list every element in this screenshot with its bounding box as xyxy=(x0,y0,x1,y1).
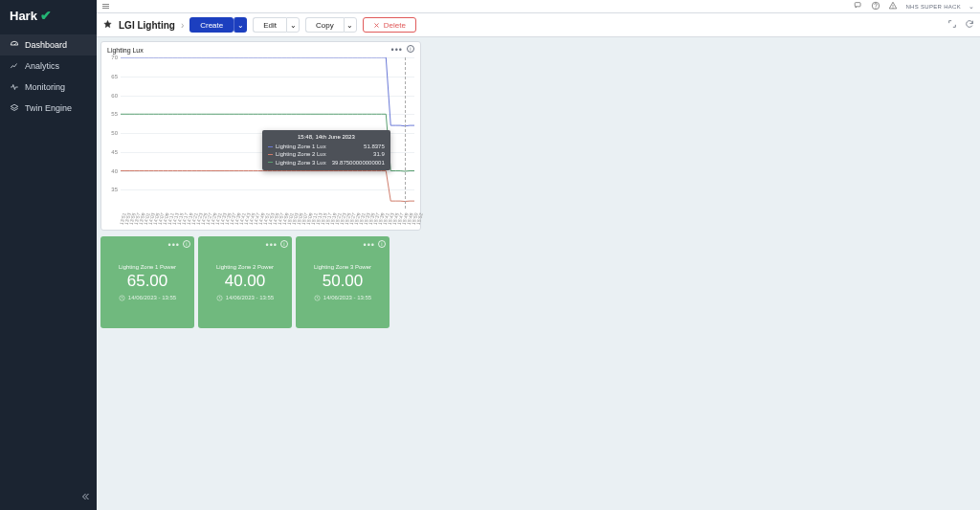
svg-rect-0 xyxy=(856,3,861,7)
layers-icon xyxy=(10,103,19,113)
sidebar-item-label: Monitoring xyxy=(25,82,65,92)
page-header: LGI Lighting › Create ⌄ Edit ⌄ Copy ⌄ De… xyxy=(97,13,980,37)
sidebar-collapse-button[interactable] xyxy=(79,491,91,504)
card-title: Lighting Zone 1 Power xyxy=(119,264,176,270)
tooltip-series-value: 39.87500000000001 xyxy=(332,159,385,166)
card-value: 65.00 xyxy=(127,272,168,291)
chevron-down-icon: ⌄ xyxy=(290,21,297,30)
breadcrumb-separator-icon: › xyxy=(181,20,184,31)
tooltip-time: 15:48, 14th June 2023 xyxy=(268,134,385,140)
clock-icon xyxy=(314,295,321,301)
chart-title: Lighting Lux xyxy=(107,47,144,54)
chart-menu-icon[interactable]: ••• xyxy=(391,45,403,55)
card-menu-icon[interactable]: ••• xyxy=(364,240,375,250)
sidebar-item-label: Dashboard xyxy=(25,40,67,50)
user-name[interactable]: NHS SUPER HACK xyxy=(905,4,961,10)
edit-dropdown[interactable]: ⌄ xyxy=(286,17,300,33)
analytics-icon xyxy=(10,61,19,71)
expand-icon[interactable] xyxy=(947,19,957,31)
edit-button[interactable]: Edit xyxy=(253,17,286,33)
delete-label: Delete xyxy=(384,21,406,30)
delete-button[interactable]: Delete xyxy=(363,17,416,33)
tooltip-series-label: Lighting Zone 2 Lux xyxy=(276,150,326,158)
topbar: NHS SUPER HACK ⌄ xyxy=(97,0,980,13)
legend-swatch-icon xyxy=(268,162,273,163)
create-dropdown[interactable]: ⌄ xyxy=(234,17,247,33)
card-lighting-zone-1-power[interactable]: •••i Lighting Zone 1 Power 65.00 14/06/2… xyxy=(100,236,194,328)
chevron-down-icon: ⌄ xyxy=(346,21,353,30)
close-icon xyxy=(373,22,380,29)
tooltip-series-label: Lighting Zone 1 Lux xyxy=(276,143,326,150)
comments-icon[interactable] xyxy=(854,1,863,11)
sidebar-nav: Dashboard Analytics Monitoring Twin Engi… xyxy=(0,34,97,119)
chart-x-axis: 13:5113:5313:5513:5713:5914:0114:0314:05… xyxy=(121,211,414,228)
favorite-star-icon[interactable] xyxy=(102,19,113,32)
copy-dropdown[interactable]: ⌄ xyxy=(344,17,357,33)
card-info-icon[interactable]: i xyxy=(378,240,386,248)
tooltip-series-label: Lighting Zone 3 Lux xyxy=(276,159,326,166)
card-title: Lighting Zone 3 Power xyxy=(314,264,371,270)
value-cards-row: •••i Lighting Zone 1 Power 65.00 14/06/2… xyxy=(100,236,976,328)
chart-tooltip: 15:48, 14th June 2023 Lighting Zone 1 Lu… xyxy=(262,130,390,170)
copy-button[interactable]: Copy xyxy=(305,17,344,33)
card-info-icon[interactable]: i xyxy=(280,240,288,248)
chevron-down-icon[interactable]: ⌄ xyxy=(969,3,974,11)
chart-card-lighting-lux[interactable]: Lighting Lux ••• i 3540455055606570 13:5… xyxy=(100,41,421,231)
card-info-icon[interactable]: i xyxy=(183,240,190,248)
menu-icon[interactable] xyxy=(102,4,109,9)
card-title: Lighting Zone 2 Power xyxy=(216,264,274,270)
tooltip-series-value: 31.9 xyxy=(373,150,385,158)
sidebar-item-label: Analytics xyxy=(25,61,59,71)
card-value: 50.00 xyxy=(323,272,364,291)
main: NHS SUPER HACK ⌄ LGI Lighting › Create ⌄… xyxy=(97,0,980,510)
sidebar-item-label: Twin Engine xyxy=(25,103,72,113)
heartbeat-icon xyxy=(10,82,19,92)
card-timestamp: 14/06/2023 - 13:55 xyxy=(323,295,371,300)
dashboard-canvas[interactable]: Lighting Lux ••• i 3540455055606570 13:5… xyxy=(97,37,980,510)
sidebar-item-twin-engine[interactable]: Twin Engine xyxy=(0,98,97,119)
card-menu-icon[interactable]: ••• xyxy=(168,240,180,250)
copy-label: Copy xyxy=(316,21,334,30)
create-label: Create xyxy=(200,21,223,30)
chart-info-icon[interactable]: i xyxy=(407,45,414,53)
tooltip-series-value: 51.8375 xyxy=(364,143,385,150)
sidebar-item-dashboard[interactable]: Dashboard xyxy=(0,34,97,55)
chevron-down-icon: ⌄ xyxy=(237,21,244,30)
card-lighting-zone-2-power[interactable]: •••i Lighting Zone 2 Power 40.00 14/06/2… xyxy=(198,236,292,328)
edit-label: Edit xyxy=(263,21,277,30)
card-lighting-zone-3-power[interactable]: •••i Lighting Zone 3 Power 50.00 14/06/2… xyxy=(296,236,390,328)
clock-icon xyxy=(216,295,223,301)
create-button[interactable]: Create xyxy=(189,17,234,33)
card-menu-icon[interactable]: ••• xyxy=(266,240,278,250)
card-timestamp: 14/06/2023 - 13:55 xyxy=(226,295,274,300)
alerts-icon[interactable] xyxy=(888,1,898,11)
sidebar-item-analytics[interactable]: Analytics xyxy=(0,55,97,77)
brand-logo[interactable]: Hark✔ xyxy=(0,0,97,31)
brand-mark-icon: ✔ xyxy=(40,8,52,23)
refresh-icon[interactable] xyxy=(965,19,974,31)
help-icon[interactable] xyxy=(871,1,880,11)
sidebar-item-monitoring[interactable]: Monitoring xyxy=(0,77,97,98)
sidebar: Hark✔ Dashboard Analytics Monitoring Twi… xyxy=(0,0,97,510)
gauge-icon xyxy=(10,40,19,50)
card-value: 40.00 xyxy=(225,272,266,291)
card-timestamp: 14/06/2023 - 13:55 xyxy=(128,295,176,300)
page-title: LGI Lighting xyxy=(119,20,175,31)
clock-icon xyxy=(119,295,125,301)
legend-swatch-icon xyxy=(268,154,273,155)
brand-text: Hark xyxy=(10,9,37,23)
legend-swatch-icon xyxy=(268,146,273,147)
chevron-left-icon xyxy=(79,491,91,502)
